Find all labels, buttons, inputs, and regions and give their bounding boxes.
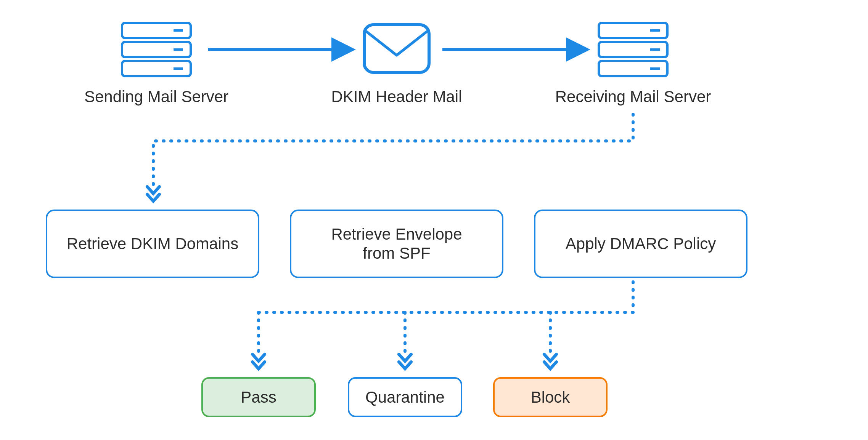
chevron-down-icon — [399, 354, 411, 369]
svg-rect-1 — [122, 42, 191, 57]
svg-rect-2 — [122, 61, 191, 76]
label-dkim-header-mail: DKIM Header Mail — [328, 88, 465, 106]
node-label: Apply DMARC Policy — [566, 234, 716, 253]
node-retrieve-dkim-domains: Retrieve DKIM Domains — [46, 210, 259, 278]
server-stack-icon — [599, 23, 667, 76]
chevron-down-icon — [544, 354, 556, 369]
svg-rect-9 — [599, 61, 667, 76]
node-label: Retrieve DKIM Domains — [67, 234, 238, 253]
server-stack-icon — [122, 23, 191, 76]
node-retrieve-envelope-spf: Retrieve Envelope from SPF — [290, 210, 503, 278]
dotted-connector-receiving-to-dkimbox — [153, 114, 633, 190]
node-outcome-pass: Pass — [201, 377, 316, 417]
label-sending-mail-server: Sending Mail Server — [76, 88, 236, 106]
dotted-connector-dmarc-to-outcomes — [259, 282, 633, 358]
node-apply-dmarc-policy: Apply DMARC Policy — [534, 210, 747, 278]
svg-rect-6 — [364, 25, 429, 72]
node-label: Pass — [241, 388, 276, 406]
node-label: Block — [531, 388, 570, 406]
chevron-down-icon — [252, 354, 265, 369]
diagram-canvas: Sending Mail Server DKIM Header Mail Rec… — [0, 0, 868, 440]
node-outcome-quarantine: Quarantine — [348, 377, 462, 417]
node-outcome-block: Block — [493, 377, 608, 417]
chevron-down-icon — [147, 187, 159, 201]
svg-rect-7 — [599, 23, 667, 38]
node-label: Quarantine — [365, 388, 445, 406]
node-label: Retrieve Envelope from SPF — [331, 225, 462, 263]
label-receiving-mail-server: Receiving Mail Server — [549, 88, 717, 106]
envelope-icon — [364, 25, 429, 72]
svg-rect-8 — [599, 42, 667, 57]
svg-rect-0 — [122, 23, 191, 38]
